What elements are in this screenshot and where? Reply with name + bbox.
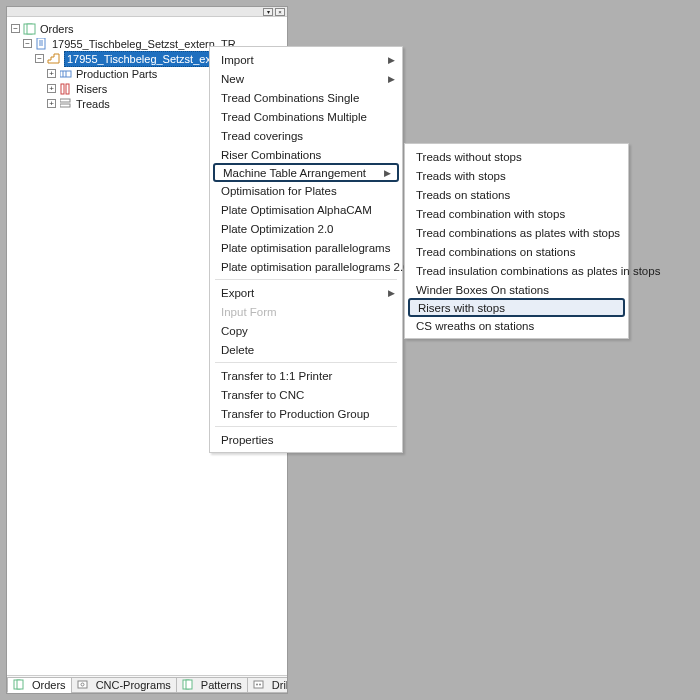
menu-label: Tread combination with stops <box>416 208 565 220</box>
context-menu: Import ▶ New ▶ Tread Combinations Single… <box>209 46 403 453</box>
submenu-cs-wreaths-stations[interactable]: CS wreaths on stations <box>406 316 627 335</box>
pin-button[interactable]: ▾ <box>263 8 273 16</box>
menu-label: Plate Optimisation AlphaCAM <box>221 204 372 216</box>
menu-tread-comb-single[interactable]: Tread Combinations Single <box>211 88 401 107</box>
menu-label: Riser Combinations <box>221 149 321 161</box>
menu-label: Input Form <box>221 306 277 318</box>
stair-icon <box>47 53 61 65</box>
menu-plate-opt-alphacam[interactable]: Plate Optimisation AlphaCAM <box>211 200 401 219</box>
menu-copy[interactable]: Copy <box>211 321 401 340</box>
svg-rect-10 <box>66 84 69 94</box>
menu-tread-coverings[interactable]: Tread coverings <box>211 126 401 145</box>
menu-label: Transfer to CNC <box>221 389 304 401</box>
parts-icon <box>59 68 73 80</box>
tab-label: Patterns <box>201 679 242 691</box>
menu-transfer-cnc[interactable]: Transfer to CNC <box>211 385 401 404</box>
svg-point-21 <box>259 684 261 686</box>
risers-icon <box>59 83 73 95</box>
submenu-tread-insul-plates-stops[interactable]: Tread insulation combinations as plates … <box>406 261 627 280</box>
svg-rect-18 <box>186 680 192 689</box>
collapse-icon[interactable]: − <box>35 54 44 63</box>
menu-label: Plate optimisation parallelograms <box>221 242 390 254</box>
submenu-arrow-icon: ▶ <box>388 55 395 65</box>
tree-item-label: Treads <box>76 97 110 111</box>
orders-icon <box>12 679 26 691</box>
submenu-treads-with-stops[interactable]: Treads with stops <box>406 166 627 185</box>
svg-rect-1 <box>27 24 35 34</box>
menu-export[interactable]: Export ▶ <box>211 283 401 302</box>
menu-label: New <box>221 73 244 85</box>
tab-drilling-patterns[interactable]: Drilling Patter <box>247 677 287 693</box>
menu-label: CS wreaths on stations <box>416 320 534 332</box>
menu-label: Export <box>221 287 254 299</box>
submenu-arrow-icon: ▶ <box>388 288 395 298</box>
tab-orders[interactable]: Orders <box>7 677 72 693</box>
menu-label: Plate optimisation parallelograms 2.0 <box>221 261 410 273</box>
tab-patterns[interactable]: Patterns <box>176 677 248 693</box>
menu-label: Tread insulation combinations as plates … <box>416 265 660 277</box>
tree-item-label: Risers <box>76 82 107 96</box>
menu-properties[interactable]: Properties <box>211 430 401 449</box>
tree-root-orders[interactable]: − Orders <box>11 21 285 36</box>
patterns-icon <box>181 679 195 691</box>
menu-tread-comb-multiple[interactable]: Tread Combinations Multiple <box>211 107 401 126</box>
menu-machine-table-arrangement[interactable]: Machine Table Arrangement ▶ <box>213 163 399 182</box>
menu-transfer-prod-group[interactable]: Transfer to Production Group <box>211 404 401 423</box>
expand-icon[interactable]: + <box>47 84 56 93</box>
submenu-tread-comb-plates-stops[interactable]: Tread combinations as plates with stops <box>406 223 627 242</box>
menu-new[interactable]: New ▶ <box>211 69 401 88</box>
close-panel-button[interactable]: × <box>275 8 285 16</box>
submenu-treads-on-stations[interactable]: Treads on stations <box>406 185 627 204</box>
menu-label: Transfer to Production Group <box>221 408 370 420</box>
menu-import[interactable]: Import ▶ <box>211 50 401 69</box>
menu-transfer-11-printer[interactable]: Transfer to 1:1 Printer <box>211 366 401 385</box>
svg-rect-19 <box>254 681 263 688</box>
orders-icon <box>23 23 37 35</box>
submenu-machine-table: Treads without stops Treads with stops T… <box>404 143 629 339</box>
collapse-icon[interactable]: − <box>11 24 20 33</box>
panel-titlebar: ▾ × <box>7 7 287 17</box>
tab-cnc-programs[interactable]: CNC-Programs <box>71 677 177 693</box>
collapse-icon[interactable]: − <box>23 39 32 48</box>
menu-plate-opt-para[interactable]: Plate optimisation parallelograms <box>211 238 401 257</box>
submenu-arrow-icon: ▶ <box>384 168 391 178</box>
submenu-winder-boxes-stations[interactable]: Winder Boxes On stations <box>406 280 627 299</box>
submenu-tread-comb-with-stops[interactable]: Tread combination with stops <box>406 204 627 223</box>
tab-label: Orders <box>32 679 66 691</box>
submenu-treads-without-stops[interactable]: Treads without stops <box>406 147 627 166</box>
menu-label: Plate Optimization 2.0 <box>221 223 334 235</box>
menu-label: Winder Boxes On stations <box>416 284 549 296</box>
menu-label: Tread Combinations Single <box>221 92 359 104</box>
svg-rect-14 <box>17 680 23 689</box>
menu-label: Tread coverings <box>221 130 303 142</box>
menu-delete[interactable]: Delete <box>211 340 401 359</box>
menu-label: Treads with stops <box>416 170 506 182</box>
menu-input-form: Input Form <box>211 302 401 321</box>
menu-riser-combinations[interactable]: Riser Combinations <box>211 145 401 164</box>
menu-label: Delete <box>221 344 254 356</box>
submenu-risers-with-stops[interactable]: Risers with stops <box>408 298 625 317</box>
svg-rect-12 <box>60 104 70 107</box>
svg-rect-15 <box>78 681 87 688</box>
expand-icon[interactable]: + <box>47 99 56 108</box>
document-icon <box>35 38 49 50</box>
menu-label: Risers with stops <box>418 302 505 314</box>
submenu-tread-comb-stations[interactable]: Tread combinations on stations <box>406 242 627 261</box>
menu-separator <box>215 362 397 363</box>
menu-label: Treads on stations <box>416 189 510 201</box>
menu-separator <box>215 279 397 280</box>
menu-label: Properties <box>221 434 273 446</box>
treads-icon <box>59 98 73 110</box>
menu-separator <box>215 426 397 427</box>
menu-label: Copy <box>221 325 248 337</box>
tree-root-label: Orders <box>40 22 74 36</box>
menu-plate-opt-2[interactable]: Plate Optimization 2.0 <box>211 219 401 238</box>
menu-plate-opt-para-2[interactable]: Plate optimisation parallelograms 2.0 <box>211 257 401 276</box>
svg-point-20 <box>256 684 258 686</box>
menu-label: Tread combinations on stations <box>416 246 575 258</box>
menu-label: Machine Table Arrangement <box>223 167 366 179</box>
expand-icon[interactable]: + <box>47 69 56 78</box>
menu-optimisation-for-plates[interactable]: Optimisation for Plates <box>211 181 401 200</box>
bottom-tab-bar: Orders CNC-Programs Patterns Drilling Pa… <box>7 675 287 693</box>
menu-label: Treads without stops <box>416 151 522 163</box>
